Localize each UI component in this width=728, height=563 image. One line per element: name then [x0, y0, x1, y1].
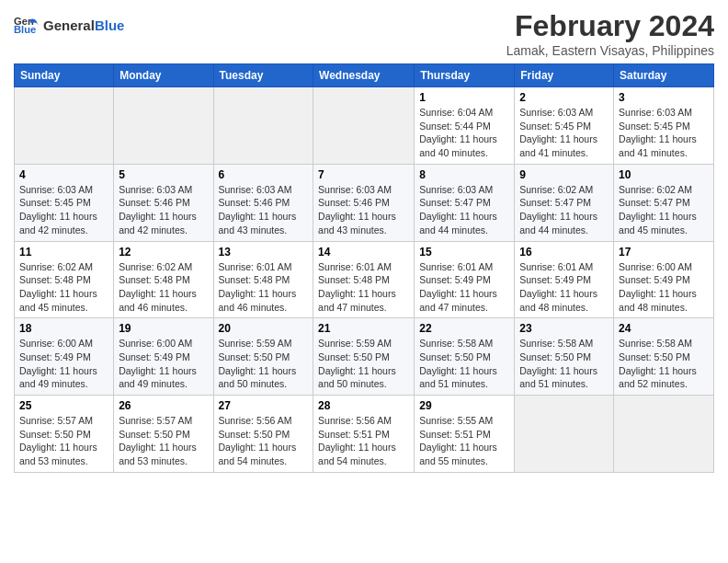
calendar-cell	[614, 396, 714, 473]
calendar-cell: 25Sunrise: 5:57 AM Sunset: 5:50 PM Dayli…	[15, 396, 114, 473]
day-info: Sunrise: 6:03 AM Sunset: 5:46 PM Dayligh…	[318, 183, 409, 237]
day-info: Sunrise: 6:00 AM Sunset: 5:49 PM Dayligh…	[19, 337, 108, 391]
day-number: 2	[519, 91, 609, 104]
calendar-cell: 28Sunrise: 5:56 AM Sunset: 5:51 PM Dayli…	[313, 396, 415, 473]
day-number: 25	[19, 399, 108, 412]
day-number: 24	[619, 322, 709, 335]
day-number: 7	[318, 168, 409, 181]
calendar-cell: 27Sunrise: 5:56 AM Sunset: 5:50 PM Dayli…	[213, 396, 313, 473]
day-number: 17	[619, 246, 709, 259]
calendar-cell	[15, 87, 114, 165]
day-info: Sunrise: 5:59 AM Sunset: 5:50 PM Dayligh…	[318, 337, 409, 391]
logo-blue-text: Blue	[95, 17, 125, 33]
day-number: 14	[318, 246, 409, 259]
day-number: 19	[119, 322, 208, 335]
column-header-monday: Monday	[114, 64, 213, 87]
column-header-friday: Friday	[515, 64, 614, 87]
calendar-cell: 1Sunrise: 6:04 AM Sunset: 5:44 PM Daylig…	[415, 87, 515, 165]
day-info: Sunrise: 6:02 AM Sunset: 5:48 PM Dayligh…	[119, 260, 208, 315]
calendar-cell	[313, 87, 415, 165]
day-info: Sunrise: 5:59 AM Sunset: 5:50 PM Dayligh…	[219, 337, 309, 391]
day-info: Sunrise: 6:03 AM Sunset: 5:45 PM Dayligh…	[19, 183, 108, 237]
day-number: 18	[19, 322, 108, 335]
day-number: 9	[519, 168, 609, 181]
day-number: 16	[519, 246, 609, 259]
calendar-header: SundayMondayTuesdayWednesdayThursdayFrid…	[15, 64, 714, 87]
day-info: Sunrise: 6:00 AM Sunset: 5:49 PM Dayligh…	[619, 260, 709, 315]
day-number: 29	[419, 399, 509, 412]
day-info: Sunrise: 6:04 AM Sunset: 5:44 PM Dayligh…	[419, 106, 509, 160]
header-row: SundayMondayTuesdayWednesdayThursdayFrid…	[15, 64, 714, 87]
calendar-cell	[114, 87, 213, 165]
day-number: 10	[619, 168, 709, 181]
calendar-week-1: 1Sunrise: 6:04 AM Sunset: 5:44 PM Daylig…	[15, 87, 714, 165]
column-header-sunday: Sunday	[15, 64, 114, 87]
calendar-week-5: 25Sunrise: 5:57 AM Sunset: 5:50 PM Dayli…	[15, 396, 714, 473]
day-info: Sunrise: 5:58 AM Sunset: 5:50 PM Dayligh…	[419, 337, 509, 391]
day-number: 12	[119, 246, 208, 259]
day-number: 8	[419, 168, 509, 181]
day-info: Sunrise: 6:03 AM Sunset: 5:45 PM Dayligh…	[619, 106, 709, 160]
day-info: Sunrise: 5:55 AM Sunset: 5:51 PM Dayligh…	[419, 414, 509, 468]
subtitle: Lamak, Eastern Visayas, Philippines	[506, 43, 714, 58]
calendar-cell: 24Sunrise: 5:58 AM Sunset: 5:50 PM Dayli…	[614, 318, 714, 396]
day-info: Sunrise: 6:03 AM Sunset: 5:47 PM Dayligh…	[419, 183, 509, 237]
day-number: 15	[419, 246, 509, 259]
day-info: Sunrise: 6:01 AM Sunset: 5:49 PM Dayligh…	[419, 260, 509, 315]
day-number: 22	[419, 322, 509, 335]
day-info: Sunrise: 6:02 AM Sunset: 5:47 PM Dayligh…	[619, 183, 709, 237]
day-number: 26	[119, 399, 208, 412]
calendar-cell: 3Sunrise: 6:03 AM Sunset: 5:45 PM Daylig…	[614, 87, 714, 165]
day-number: 27	[219, 399, 309, 412]
day-info: Sunrise: 5:56 AM Sunset: 5:51 PM Dayligh…	[318, 414, 409, 468]
calendar-cell: 8Sunrise: 6:03 AM Sunset: 5:47 PM Daylig…	[415, 164, 515, 241]
day-number: 23	[519, 322, 609, 335]
day-number: 4	[19, 168, 108, 181]
calendar-cell: 29Sunrise: 5:55 AM Sunset: 5:51 PM Dayli…	[415, 396, 515, 473]
day-info: Sunrise: 6:01 AM Sunset: 5:49 PM Dayligh…	[519, 260, 609, 315]
column-header-thursday: Thursday	[415, 64, 515, 87]
column-header-saturday: Saturday	[614, 64, 714, 87]
day-number: 13	[219, 246, 309, 259]
logo-general-text: General	[43, 17, 95, 33]
month-title: February 2024	[506, 9, 714, 43]
day-info: Sunrise: 6:03 AM Sunset: 5:46 PM Dayligh…	[119, 183, 208, 237]
calendar-table: SundayMondayTuesdayWednesdayThursdayFrid…	[14, 63, 714, 473]
calendar-cell: 6Sunrise: 6:03 AM Sunset: 5:46 PM Daylig…	[213, 164, 313, 241]
calendar-cell: 19Sunrise: 6:00 AM Sunset: 5:49 PM Dayli…	[114, 318, 213, 396]
day-info: Sunrise: 6:02 AM Sunset: 5:48 PM Dayligh…	[19, 260, 108, 315]
logo-icon: Gen Blue	[14, 13, 40, 39]
svg-text:Blue: Blue	[14, 24, 36, 35]
day-info: Sunrise: 5:57 AM Sunset: 5:50 PM Dayligh…	[119, 414, 208, 468]
title-area: February 2024 Lamak, Eastern Visayas, Ph…	[506, 9, 714, 58]
calendar-cell: 17Sunrise: 6:00 AM Sunset: 5:49 PM Dayli…	[614, 241, 714, 318]
day-number: 3	[619, 91, 709, 104]
column-header-wednesday: Wednesday	[313, 64, 415, 87]
day-info: Sunrise: 6:01 AM Sunset: 5:48 PM Dayligh…	[219, 260, 309, 315]
calendar-cell	[515, 396, 614, 473]
calendar-cell: 16Sunrise: 6:01 AM Sunset: 5:49 PM Dayli…	[515, 241, 614, 318]
column-header-tuesday: Tuesday	[213, 64, 313, 87]
day-info: Sunrise: 5:57 AM Sunset: 5:50 PM Dayligh…	[19, 414, 108, 468]
calendar-cell: 15Sunrise: 6:01 AM Sunset: 5:49 PM Dayli…	[415, 241, 515, 318]
calendar-cell	[213, 87, 313, 165]
day-number: 20	[219, 322, 309, 335]
day-info: Sunrise: 6:00 AM Sunset: 5:49 PM Dayligh…	[119, 337, 208, 391]
calendar-body: 1Sunrise: 6:04 AM Sunset: 5:44 PM Daylig…	[15, 87, 714, 473]
day-info: Sunrise: 5:56 AM Sunset: 5:50 PM Dayligh…	[219, 414, 309, 468]
day-info: Sunrise: 5:58 AM Sunset: 5:50 PM Dayligh…	[619, 337, 709, 391]
calendar-cell: 18Sunrise: 6:00 AM Sunset: 5:49 PM Dayli…	[15, 318, 114, 396]
calendar-week-2: 4Sunrise: 6:03 AM Sunset: 5:45 PM Daylig…	[15, 164, 714, 241]
calendar-cell: 14Sunrise: 6:01 AM Sunset: 5:48 PM Dayli…	[313, 241, 415, 318]
logo: Gen Blue GeneralBlue	[14, 13, 124, 39]
day-info: Sunrise: 6:02 AM Sunset: 5:47 PM Dayligh…	[519, 183, 609, 237]
calendar-cell: 5Sunrise: 6:03 AM Sunset: 5:46 PM Daylig…	[114, 164, 213, 241]
day-info: Sunrise: 6:03 AM Sunset: 5:45 PM Dayligh…	[519, 106, 609, 160]
day-number: 21	[318, 322, 409, 335]
calendar-cell: 7Sunrise: 6:03 AM Sunset: 5:46 PM Daylig…	[313, 164, 415, 241]
day-number: 5	[119, 168, 208, 181]
calendar-cell: 12Sunrise: 6:02 AM Sunset: 5:48 PM Dayli…	[114, 241, 213, 318]
day-info: Sunrise: 6:01 AM Sunset: 5:48 PM Dayligh…	[318, 260, 409, 315]
header: Gen Blue GeneralBlue February 2024 Lamak…	[14, 9, 714, 58]
calendar-cell: 20Sunrise: 5:59 AM Sunset: 5:50 PM Dayli…	[213, 318, 313, 396]
